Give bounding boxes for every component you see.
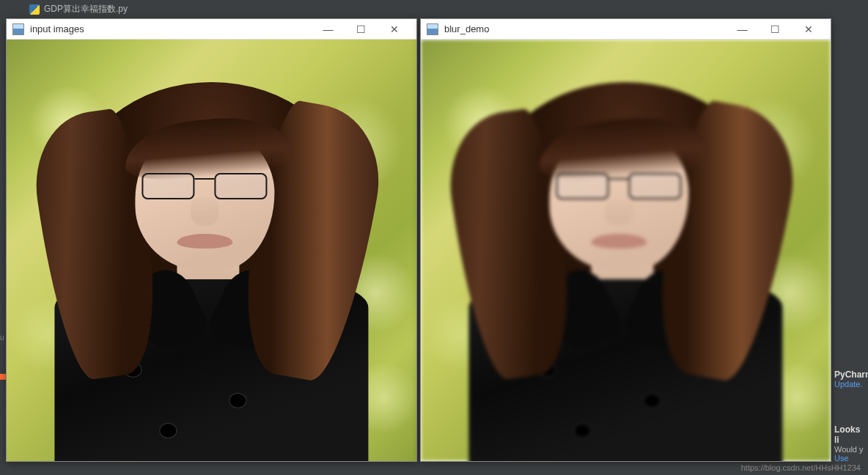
side-indicator-icon	[0, 374, 6, 380]
notification-pycharm: PyCharm Update.	[831, 367, 868, 391]
image-content	[421, 40, 831, 461]
maximize-button[interactable]: ☐	[759, 19, 792, 40]
maximize-button[interactable]: ☐	[345, 19, 378, 40]
window-blur-demo: blur_demo — ☐ ✕	[420, 18, 831, 462]
footer-watermark: https://blog.csdn.net/HHsHH1234	[0, 462, 868, 475]
left-gutter	[0, 0, 6, 475]
titlebar-controls: — ☐ ✕	[312, 19, 411, 40]
notification-text: Would y	[834, 445, 865, 454]
window-input-images: input images — ☐ ✕	[6, 18, 417, 462]
python-icon	[29, 4, 40, 15]
window-icon	[12, 23, 24, 35]
titlebar[interactable]: input images — ☐ ✕	[7, 19, 416, 40]
photo-original	[7, 40, 416, 461]
titlebar[interactable]: blur_demo — ☐ ✕	[421, 19, 831, 40]
notification-title: PyCharm	[834, 369, 865, 380]
window-icon	[427, 23, 438, 35]
close-button[interactable]: ✕	[378, 19, 411, 40]
left-marker: u	[0, 334, 4, 342]
titlebar-controls: — ☐ ✕	[726, 19, 825, 40]
notification-title: Looks li	[834, 424, 865, 445]
minimize-button[interactable]: —	[312, 19, 345, 40]
window-title: blur_demo	[444, 23, 726, 34]
close-button[interactable]: ✕	[792, 19, 825, 40]
ide-top-bar: GDP算出幸福指数.py	[0, 0, 868, 18]
file-name: GDP算出幸福指数.py	[44, 3, 128, 15]
photo-blurred	[421, 40, 831, 461]
minimize-button[interactable]: —	[726, 19, 759, 40]
window-title: input images	[30, 23, 312, 34]
image-content	[7, 40, 416, 461]
file-tab[interactable]: GDP算出幸福指数.py	[22, 1, 135, 17]
notification-link[interactable]: Update.	[834, 380, 865, 389]
